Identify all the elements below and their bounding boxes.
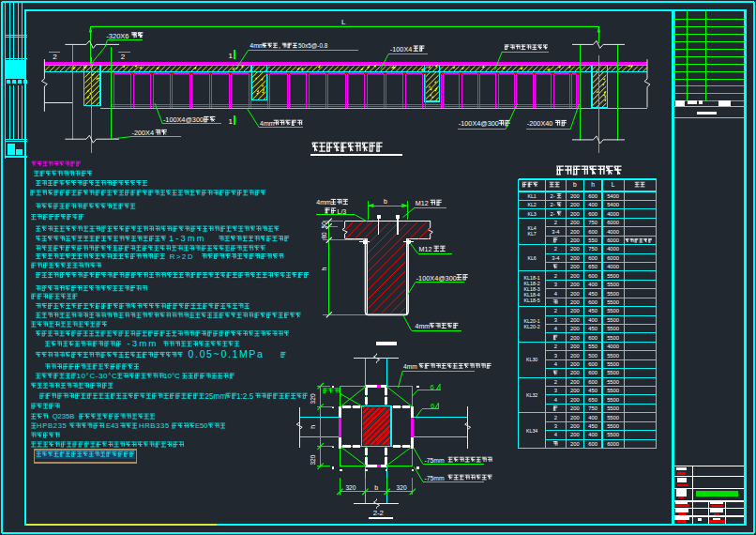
svg-text:2: 2 <box>53 53 57 61</box>
svg-text:3: 3 <box>554 282 557 287</box>
svg-text:600: 600 <box>588 229 597 235</box>
svg-text:h: h <box>591 181 595 188</box>
svg-text:5500: 5500 <box>607 299 619 305</box>
svg-text:5500: 5500 <box>607 326 619 331</box>
svg-text:3: 3 <box>554 388 557 393</box>
svg-text:200: 200 <box>570 193 580 199</box>
svg-text:5500: 5500 <box>607 308 619 313</box>
svg-text:2: 2 <box>554 308 557 313</box>
svg-text:200: 200 <box>570 353 580 359</box>
svg-text:5500: 5500 <box>607 370 619 375</box>
svg-text:3: 3 <box>554 353 557 359</box>
svg-text:320: 320 <box>310 454 316 465</box>
svg-text:1: 1 <box>229 117 234 126</box>
svg-text:-75mm: -75mm <box>425 475 445 482</box>
svg-text:-100X4: -100X4 <box>390 45 413 54</box>
svg-text:b: b <box>374 484 378 491</box>
svg-text:3: 3 <box>554 423 557 429</box>
svg-text:200: 200 <box>570 423 580 429</box>
svg-text:50: 50 <box>321 222 327 229</box>
svg-text:5500: 5500 <box>607 317 619 323</box>
svg-text:1:2.5: 1:2.5 <box>236 392 254 401</box>
svg-text:600: 600 <box>588 211 597 217</box>
svg-text:5500: 5500 <box>607 335 619 341</box>
svg-text:400: 400 <box>588 415 597 420</box>
svg-text:KL7: KL7 <box>527 231 536 237</box>
svg-text:200: 200 <box>570 388 580 393</box>
svg-text:4mm: 4mm <box>416 323 431 329</box>
svg-text:550: 550 <box>588 344 597 349</box>
svg-text:-100X4@300: -100X4@300 <box>163 115 204 124</box>
svg-text:2: 2 <box>554 344 557 349</box>
svg-text:E43: E43 <box>106 421 119 430</box>
svg-text:KL34: KL34 <box>526 428 537 434</box>
svg-text:5400: 5400 <box>607 202 619 207</box>
svg-text:4000: 4000 <box>607 229 619 235</box>
svg-text:2: 2 <box>554 246 557 252</box>
svg-text:6000: 6000 <box>607 441 619 447</box>
svg-text:200: 200 <box>570 317 580 323</box>
svg-text:600: 600 <box>588 379 597 385</box>
svg-text:200: 200 <box>570 397 580 403</box>
svg-text:50x5@-0.8: 50x5@-0.8 <box>298 42 328 49</box>
svg-text:KL18-5: KL18-5 <box>524 298 540 303</box>
svg-text:0.05~0.1MPa: 0.05~0.1MPa <box>189 348 265 359</box>
svg-text:200: 200 <box>570 299 580 305</box>
svg-text:5500: 5500 <box>607 405 619 411</box>
svg-text:5500: 5500 <box>607 379 619 385</box>
svg-text:200: 200 <box>570 273 580 279</box>
svg-text:320: 320 <box>310 393 316 404</box>
svg-text:600: 600 <box>588 255 597 261</box>
svg-text:5500: 5500 <box>607 353 619 359</box>
svg-text:L: L <box>341 18 346 26</box>
svg-text:200: 200 <box>570 220 580 225</box>
svg-text:4000: 4000 <box>607 344 619 349</box>
svg-text:3-4: 3-4 <box>552 229 560 235</box>
svg-text:4mm: 4mm <box>249 42 265 49</box>
svg-text:200: 200 <box>570 432 580 437</box>
svg-text:b: b <box>384 198 387 205</box>
svg-text:200: 200 <box>570 211 580 217</box>
svg-text:KL30: KL30 <box>526 357 537 362</box>
svg-text:5500: 5500 <box>607 282 619 287</box>
svg-text:R>2D: R>2D <box>170 252 195 261</box>
svg-text:200: 200 <box>570 441 580 447</box>
svg-text:550: 550 <box>588 237 597 243</box>
svg-text:600: 600 <box>588 370 597 375</box>
svg-text:200: 200 <box>570 326 580 331</box>
svg-text:200: 200 <box>570 202 580 207</box>
svg-text:4000: 4000 <box>607 246 619 252</box>
svg-text:2: 2 <box>554 415 557 420</box>
svg-text:80: 80 <box>321 232 327 239</box>
svg-text:600: 600 <box>588 193 597 199</box>
svg-text:500: 500 <box>588 353 597 359</box>
svg-text:600: 600 <box>588 361 597 367</box>
svg-text:450: 450 <box>588 423 597 429</box>
svg-text:4mm: 4mm <box>316 199 331 206</box>
svg-text:,: , <box>279 42 280 49</box>
svg-text:KL6: KL6 <box>527 255 536 261</box>
svg-text:KL1: KL1 <box>527 193 536 199</box>
svg-text:-200X40: -200X40 <box>527 119 553 128</box>
svg-text:2: 2 <box>121 53 126 61</box>
svg-text:10°C: 10°C <box>163 372 180 380</box>
svg-text:10°C-30°C: 10°C-30°C <box>77 372 118 380</box>
svg-text:200: 200 <box>570 246 580 252</box>
svg-text:600: 600 <box>588 299 597 305</box>
svg-text:400: 400 <box>588 202 597 207</box>
svg-text:HRB335: HRB335 <box>139 421 170 430</box>
svg-text:2: 2 <box>554 273 557 279</box>
svg-text:400: 400 <box>588 317 597 323</box>
svg-text:6000: 6000 <box>607 237 619 243</box>
svg-text:KL3: KL3 <box>527 211 536 217</box>
svg-text:5500: 5500 <box>607 273 619 279</box>
svg-text:320: 320 <box>397 484 407 491</box>
svg-text:5500: 5500 <box>607 423 619 429</box>
svg-text:200: 200 <box>570 255 580 261</box>
svg-text:5500: 5500 <box>607 388 619 393</box>
svg-text:200: 200 <box>570 370 580 375</box>
svg-text:-100X4@300: -100X4@300 <box>416 274 457 283</box>
svg-text:5500: 5500 <box>607 415 619 420</box>
svg-text:600: 600 <box>588 273 597 279</box>
svg-text:750: 750 <box>588 246 597 252</box>
